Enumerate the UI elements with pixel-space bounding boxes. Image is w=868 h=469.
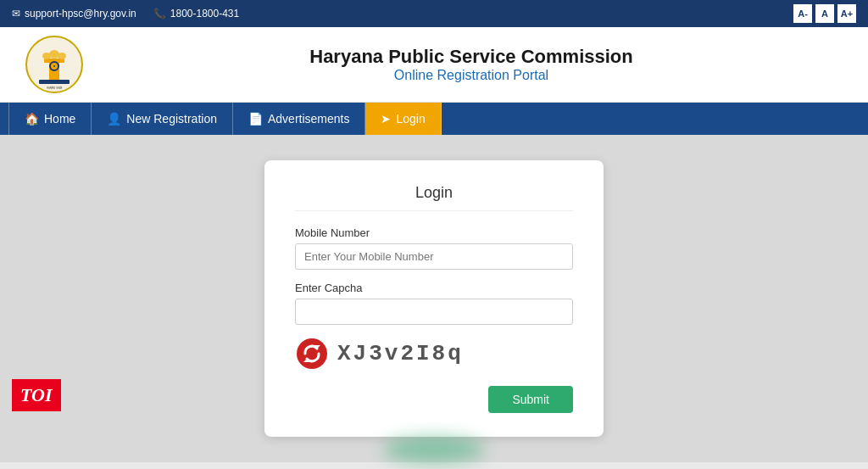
email-text: support-hpsc@hry.gov.in — [25, 8, 136, 20]
phone-contact: 📞 1800-1800-431 — [153, 8, 239, 20]
mobile-label: Mobile Number — [295, 226, 573, 239]
nav-registration-label: New Registration — [126, 112, 217, 126]
font-size-controls: A- A A+ — [793, 4, 856, 23]
svg-rect-1 — [39, 80, 70, 84]
font-increase-button[interactable]: A+ — [837, 4, 856, 23]
site-title: Haryana Public Service Commission — [100, 46, 843, 68]
nav-login[interactable]: ➤ Login — [365, 103, 441, 135]
captcha-group: Enter Capcha — [295, 282, 573, 325]
user-plus-icon: 👤 — [107, 112, 121, 126]
captcha-label: Enter Capcha — [295, 282, 573, 294]
login-card: Login Mobile Number Enter Capcha XJ3v2I8… — [264, 160, 604, 437]
emblem-logo: सत्यमेव जयते — [25, 36, 83, 93]
font-normal-button[interactable]: A — [815, 4, 834, 23]
svg-text:सत्यमेव जयते: सत्यमेव जयते — [46, 86, 63, 90]
top-bar: ✉ support-hpsc@hry.gov.in 📞 1800-1800-43… — [0, 0, 868, 27]
mobile-number-group: Mobile Number — [295, 226, 573, 270]
site-subtitle: Online Registration Portal — [100, 68, 843, 83]
main-content: TOI Login Mobile Number Enter Capcha XJ3… — [0, 135, 868, 462]
nav-home[interactable]: 🏠 Home — [8, 103, 92, 135]
top-bar-contact: ✉ support-hpsc@hry.gov.in 📞 1800-1800-43… — [12, 8, 239, 20]
nav-new-registration[interactable]: 👤 New Registration — [92, 103, 233, 135]
login-title: Login — [295, 184, 573, 211]
header-text-block: Haryana Public Service Commission Online… — [100, 46, 843, 83]
main-navbar: 🏠 Home 👤 New Registration 📄 Advertisemen… — [0, 103, 868, 135]
home-icon: 🏠 — [25, 112, 39, 126]
phone-text: 1800-1800-431 — [170, 8, 239, 20]
submit-row: Submit — [295, 386, 573, 413]
svg-point-6 — [49, 50, 59, 59]
site-header: सत्यमेव जयते Haryana Public Service Comm… — [0, 27, 868, 103]
font-decrease-button[interactable]: A- — [793, 4, 812, 23]
svg-point-8 — [53, 65, 55, 67]
captcha-display: XJ3v2I8q — [295, 337, 573, 371]
captcha-refresh-icon[interactable] — [295, 337, 329, 371]
nav-login-label: Login — [396, 112, 425, 126]
svg-point-10 — [297, 338, 327, 369]
mobile-input[interactable] — [295, 243, 573, 270]
toi-badge: TOI — [12, 379, 61, 411]
captcha-code-text: XJ3v2I8q — [337, 341, 464, 366]
bottom-blur-decoration — [383, 437, 485, 462]
file-icon: 📄 — [248, 112, 263, 126]
email-contact: ✉ support-hpsc@hry.gov.in — [12, 8, 136, 20]
captcha-input[interactable] — [295, 299, 573, 325]
phone-icon: 📞 — [153, 8, 166, 20]
nav-advertisements[interactable]: 📄 Advertisements — [233, 103, 365, 135]
nav-advertisements-label: Advertisements — [268, 112, 349, 126]
submit-button[interactable]: Submit — [488, 386, 573, 413]
email-icon: ✉ — [12, 8, 20, 20]
nav-home-label: Home — [44, 112, 75, 126]
sign-in-icon: ➤ — [381, 112, 391, 126]
